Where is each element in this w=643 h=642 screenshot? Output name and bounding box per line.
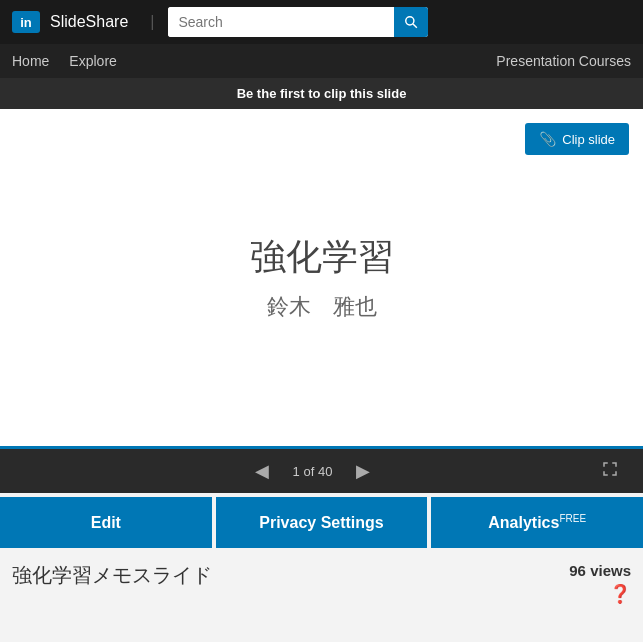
- slide-container: 📎 Clip slide 強化学習 鈴木 雅也: [0, 109, 643, 449]
- linkedin-logo[interactable]: in: [12, 11, 40, 33]
- svg-line-1: [413, 24, 417, 28]
- slide-subtitle: 鈴木 雅也: [250, 292, 394, 322]
- slide-content: 強化学習 鈴木 雅也: [250, 233, 394, 322]
- next-slide-button[interactable]: ▶: [348, 456, 378, 486]
- search-button[interactable]: [394, 7, 428, 37]
- search-input[interactable]: [168, 7, 394, 37]
- slide-counter: 1 of 40: [293, 464, 333, 479]
- prev-slide-button[interactable]: ◀: [247, 456, 277, 486]
- views-count: 96 views: [569, 562, 631, 579]
- analytics-badge: FREE: [559, 513, 586, 524]
- clip-slide-button[interactable]: 📎 Clip slide: [525, 123, 629, 155]
- fullscreen-icon: [601, 460, 619, 478]
- analytics-button[interactable]: AnalyticsFREE: [431, 497, 643, 548]
- edit-button[interactable]: Edit: [0, 497, 212, 548]
- privacy-settings-button[interactable]: Privacy Settings: [216, 497, 428, 548]
- svg-point-0: [406, 17, 414, 25]
- slide-nav: ◀ 1 of 40 ▶: [247, 456, 379, 486]
- views-section: 96 views ❓: [569, 562, 631, 605]
- slide-controls: ◀ 1 of 40 ▶: [0, 449, 643, 493]
- clip-bar-message: Be the first to clip this slide: [237, 86, 407, 101]
- search-bar: [168, 7, 428, 37]
- search-icon: [404, 15, 418, 29]
- help-icon[interactable]: ❓: [609, 583, 631, 605]
- nav-home[interactable]: Home: [12, 45, 49, 77]
- bottom-section: 強化学習メモスライド 96 views ❓: [0, 550, 643, 605]
- brand-name: SlideShare: [50, 13, 128, 31]
- presentation-title: 強化学習メモスライド: [12, 562, 212, 589]
- clip-slide-label: Clip slide: [562, 132, 615, 147]
- nav-explore[interactable]: Explore: [69, 45, 116, 77]
- fullscreen-button[interactable]: [593, 456, 627, 486]
- clip-bar: Be the first to clip this slide: [0, 78, 643, 109]
- nav-bar: Home Explore Presentation Courses: [0, 44, 643, 78]
- header: in SlideShare |: [0, 0, 643, 44]
- nav-presentation-courses[interactable]: Presentation Courses: [496, 53, 631, 69]
- analytics-label: Analytics: [488, 514, 559, 531]
- action-buttons: Edit Privacy Settings AnalyticsFREE: [0, 495, 643, 550]
- header-divider: |: [150, 13, 154, 31]
- clip-icon: 📎: [539, 131, 556, 147]
- slide-title: 強化学習: [250, 233, 394, 282]
- nav-left: Home Explore: [12, 45, 117, 77]
